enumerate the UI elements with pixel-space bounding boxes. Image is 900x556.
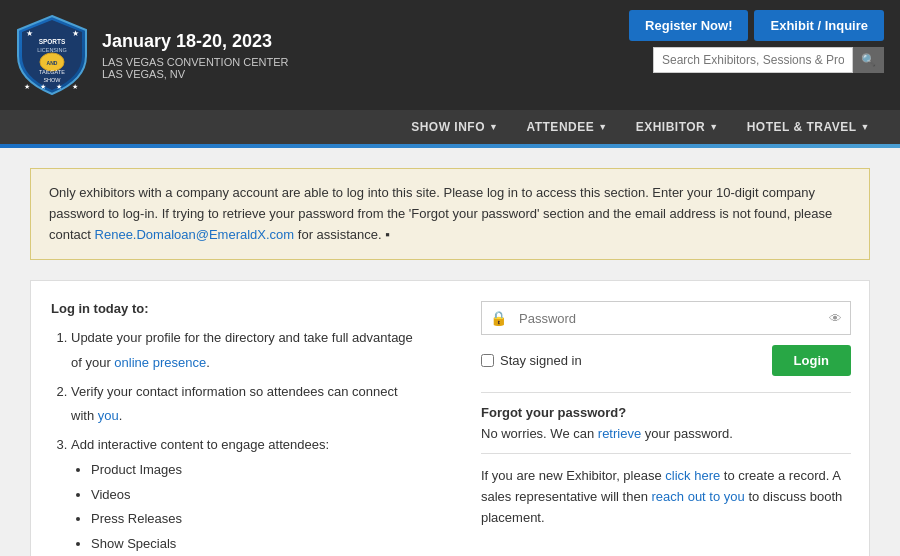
login-list: Update your profile for the directory an… [51,326,421,556]
event-city: LAS VEGAS, NV [102,68,288,80]
online-presence-link[interactable]: online presence [114,355,206,370]
stay-signed-label: Stay signed in [500,353,582,368]
password-field-row: 🔒 👁 [481,301,851,335]
header-right: Register Now! Exhibit / Inquire 🔍 [629,10,884,73]
logo-icon: ★ ★ SPORTS LICENSING AND TAILGATE SHOW ★… [16,14,88,96]
nav-show-info-label: SHOW INFO [411,120,485,134]
list-item: Verify your contact information so atten… [71,380,421,429]
eye-icon[interactable]: 👁 [821,303,850,334]
sublist: Product Images Videos Press Releases Sho… [71,458,421,556]
nav-attendee[interactable]: ATTENDEE ▼ [512,110,621,144]
svg-text:LICENSING: LICENSING [37,47,67,53]
password-input[interactable] [515,303,821,334]
stay-signed-row: Stay signed in Login [481,345,851,376]
chevron-down-icon: ▼ [861,122,870,132]
login-today-heading: Log in today to: [51,301,421,316]
reach-out-link[interactable]: reach out to you [652,489,745,504]
list-item: Show Specials [91,532,421,556]
list-item: Press Releases [91,507,421,532]
svg-text:AND: AND [47,60,58,66]
forgot-text-after: your password. [641,426,733,441]
nav-hotel-travel[interactable]: HOTEL & TRAVEL ▼ [733,110,884,144]
nav-exhibitor[interactable]: EXHIBITOR ▼ [622,110,733,144]
main-content: Log in today to: Update your profile for… [30,280,870,556]
stay-signed-checkbox[interactable] [481,354,494,367]
event-date: January 18-20, 2023 [102,31,288,52]
logo-area: ★ ★ SPORTS LICENSING AND TAILGATE SHOW ★… [16,14,288,96]
new-exhibitor-before: If you are new Exhibitor, please [481,468,665,483]
chevron-down-icon: ▼ [598,122,607,132]
notice-area: Only exhibitors with a company account a… [30,168,870,260]
header-buttons: Register Now! Exhibit / Inquire [629,10,884,41]
header-border [0,144,900,148]
event-info: January 18-20, 2023 LAS VEGAS CONVENTION… [102,31,288,80]
nav-attendee-label: ATTENDEE [526,120,594,134]
svg-text:★: ★ [72,83,78,90]
register-button[interactable]: Register Now! [629,10,748,41]
notice-email-link[interactable]: Renee.Domaloan@EmeraldX.com [95,227,295,242]
svg-text:★: ★ [26,29,33,38]
you-link[interactable]: you [98,408,119,423]
search-input[interactable] [653,47,853,73]
new-exhibitor-text: If you are new Exhibitor, please click h… [481,466,851,528]
lock-icon: 🔒 [482,302,515,334]
click-here-link[interactable]: click here [665,468,720,483]
exhibit-button[interactable]: Exhibit / Inquire [754,10,884,41]
nav-hotel-travel-label: HOTEL & TRAVEL [747,120,857,134]
forgot-text-before: No worries. We can [481,426,598,441]
svg-text:★: ★ [24,83,30,90]
nav-exhibitor-label: EXHIBITOR [636,120,706,134]
svg-text:★: ★ [72,29,79,38]
search-bar: 🔍 [653,47,884,73]
svg-text:SPORTS: SPORTS [39,38,66,45]
list-item: Videos [91,483,421,508]
list-item: Add interactive content to engage attend… [71,433,421,556]
svg-text:TAILGATE: TAILGATE [39,69,65,75]
notice-text-after: for assistance. ▪ [298,227,390,242]
svg-text:★: ★ [40,83,46,90]
forgot-text: No worries. We can retrieve your passwor… [481,426,851,441]
nav-show-info[interactable]: SHOW INFO ▼ [397,110,512,144]
event-venue: LAS VEGAS CONVENTION CENTER [102,56,288,68]
left-panel: Log in today to: Update your profile for… [51,301,421,556]
divider [481,392,851,393]
right-panel: 🔒 👁 Stay signed in Login Forgot your pas… [481,301,851,556]
svg-text:★: ★ [56,83,62,90]
nav-bar: SHOW INFO ▼ ATTENDEE ▼ EXHIBITOR ▼ HOTEL… [0,110,900,144]
stay-signed-left: Stay signed in [481,353,582,368]
header: ★ ★ SPORTS LICENSING AND TAILGATE SHOW ★… [0,0,900,110]
retrieve-link[interactable]: retrieve [598,426,641,441]
divider [481,453,851,454]
search-button[interactable]: 🔍 [853,47,884,73]
chevron-down-icon: ▼ [709,122,718,132]
forgot-heading: Forgot your password? [481,405,851,420]
login-button[interactable]: Login [772,345,851,376]
chevron-down-icon: ▼ [489,122,498,132]
list-item: Product Images [91,458,421,483]
list-item: Update your profile for the directory an… [71,326,421,375]
